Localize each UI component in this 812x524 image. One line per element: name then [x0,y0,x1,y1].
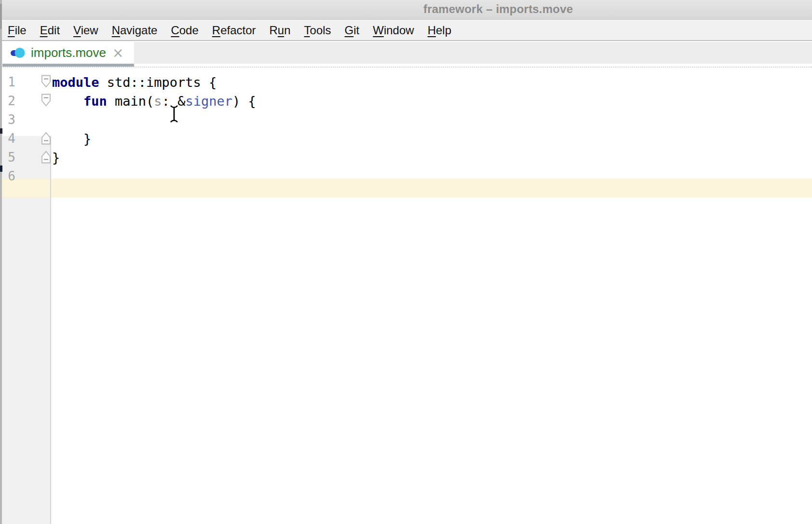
line-number[interactable]: 5 [2,148,15,167]
edge-artifact [0,128,2,134]
code-token: std::imports { [99,75,217,90]
window-left-edge [0,0,2,524]
line-number[interactable]: 6 [2,167,15,186]
move-file-icon [10,47,26,59]
code-token: } [52,150,60,165]
code-token: ) { [232,94,256,109]
edge-artifact [0,165,2,172]
line-number[interactable]: 2 [2,92,15,110]
menu-item-navigate[interactable]: Navigate [105,24,164,37]
code-token: s [154,94,162,109]
code-token: } [52,131,91,146]
current-line-highlight [2,179,812,197]
line-number[interactable]: 4 [2,129,15,148]
tab-imports-move[interactable]: imports.move × [2,42,134,64]
fold-marker-icon[interactable] [41,150,51,164]
ide-window: framework – imports.move FileEditViewNav… [0,0,812,524]
menu-item-tools[interactable]: Tools [298,24,338,37]
menu-item-git[interactable]: Git [338,24,366,37]
code-token: module [52,75,99,90]
code-token [52,94,83,109]
menu-item-edit[interactable]: Edit [33,24,67,37]
fold-marker-icon[interactable] [41,131,51,145]
menu-item-help[interactable]: Help [421,24,458,37]
menu-item-code[interactable]: Code [164,24,205,37]
tab-bar: imports.move × [0,42,812,64]
window-left-edge-segment [0,4,2,29]
menu-item-refactor[interactable]: Refactor [205,24,263,37]
code-line[interactable]: fun main(s: &signer) { [52,92,256,110]
fold-marker-icon[interactable] [41,75,51,88]
code-line[interactable]: } [52,129,91,148]
menu-item-view[interactable]: View [67,24,105,37]
ibeam-cursor-icon [168,104,180,124]
fold-marker-icon[interactable] [41,94,51,107]
window-title: framework – imports.move [423,2,573,16]
title-bar: framework – imports.move [0,0,812,20]
line-number[interactable]: 3 [2,110,15,129]
line-number[interactable]: 1 [2,73,15,92]
menu-item-file[interactable]: File [1,24,33,37]
menu-item-window[interactable]: Window [366,24,420,37]
gutter-separator [50,136,51,524]
menu-bar: FileEditViewNavigateCodeRefactorRunTools… [0,20,812,41]
code-token: signer [185,94,232,109]
tab-label: imports.move [31,45,106,60]
menu-item-run[interactable]: Run [263,24,298,37]
code-line[interactable]: } [52,148,60,167]
editor-area[interactable]: 1module std::imports {2 fun main(s: &sig… [0,68,812,524]
code-line[interactable]: module std::imports { [52,73,217,92]
tab-close-icon[interactable]: × [112,46,123,60]
code-token: fun [83,94,107,109]
code-token: main( [107,94,154,109]
